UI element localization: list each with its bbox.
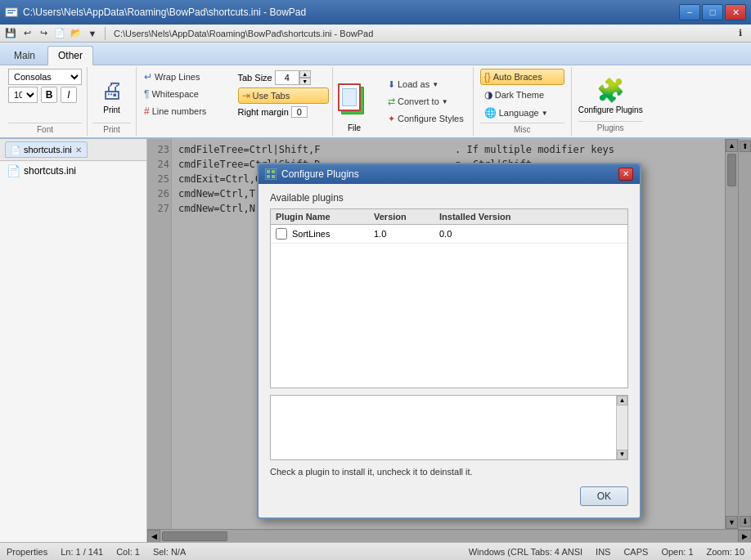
print-group-label: Print (92, 123, 131, 134)
separator (105, 27, 106, 40)
plugin-row-sortlines: SortLines 1.0 0.0 (271, 225, 627, 244)
configure-plugins-button[interactable]: 🧩 Configure Plugins (578, 70, 643, 121)
font-name-select[interactable]: Consolas (8, 69, 82, 85)
modal-close-button[interactable]: ✕ (618, 168, 633, 181)
right-margin-row: Right margin 0 (238, 105, 330, 119)
wrap-lines-button[interactable]: ↵ Wrap Lines (140, 69, 232, 85)
configure-plugins-dialog: Configure Plugins ✕ Available plugins Pl… (257, 163, 641, 519)
file-front-icon (338, 83, 361, 111)
use-tabs-icon: ⇥ (242, 90, 250, 101)
language-icon: 🌐 (484, 107, 497, 119)
modal-body: Available plugins Plugin Name Version In… (259, 184, 640, 517)
wrap-lines-icon: ↵ (144, 71, 152, 83)
whitespace-button[interactable]: ¶ Whitespace (140, 86, 232, 102)
plugin-installed-sortlines: 0.0 (439, 229, 623, 239)
sidebar-header: 📄 shortcuts.ini ✕ (0, 139, 146, 161)
qa-save-button[interactable]: 💾 (3, 26, 18, 41)
sidebar: 📄 shortcuts.ini ✕ 📄 shortcuts.ini (0, 139, 147, 542)
file-button[interactable]: File (338, 83, 371, 119)
tab-size-input[interactable] (275, 70, 299, 85)
dark-theme-icon: ◑ (484, 89, 492, 101)
svg-rect-6 (267, 175, 270, 178)
status-ln: Ln: 1 / 141 (61, 547, 103, 557)
misc-group-label: Misc (480, 123, 564, 134)
sidebar-tab[interactable]: 📄 shortcuts.ini ✕ (5, 141, 88, 158)
qa-open-button[interactable]: 📂 (69, 26, 83, 41)
tab-size-row: Tab Size ▲ ▼ (238, 69, 330, 87)
configure-styles-icon: ✦ (388, 114, 395, 124)
italic-button[interactable]: I (61, 87, 77, 103)
plugin-description-area: ▲ ▼ (270, 395, 628, 460)
qa-undo-button[interactable]: ↩ (20, 26, 34, 41)
tree-item-file[interactable]: 📄 shortcuts.ini (0, 161, 146, 181)
use-tabs-button[interactable]: ⇥ Use Tabs (238, 87, 330, 104)
tree-file-name: shortcuts.ini (24, 165, 76, 177)
desc-scroll-up-button[interactable]: ▲ (617, 396, 627, 405)
font-size-row: 10 B I (8, 87, 82, 103)
minimize-button[interactable]: − (679, 4, 700, 20)
spinner-down-button[interactable]: ▼ (299, 78, 311, 85)
ribbon-group-plugins: 🧩 Configure Plugins Plugins (572, 67, 650, 136)
plugin-checkbox-sortlines[interactable] (276, 228, 287, 240)
tab-other[interactable]: Other (47, 46, 93, 65)
status-bar: Properties Ln: 1 / 141 Col: 1 Sel: N/A W… (0, 542, 751, 560)
maximize-button[interactable]: □ (702, 4, 723, 20)
col-installed-version: Installed Version (439, 212, 623, 222)
status-col: Col: 1 (116, 547, 140, 557)
ribbon-group-print: 🖨 Print Print (88, 67, 137, 136)
bold-button[interactable]: B (41, 87, 57, 103)
ok-button[interactable]: OK (580, 486, 628, 506)
modal-section-label: Available plugins (270, 192, 628, 204)
font-name-row: Consolas (8, 69, 82, 85)
qa-dropdown-button[interactable]: ▼ (85, 26, 100, 41)
ribbon-group-font: Consolas 10 B I Font (3, 67, 88, 136)
plugin-table-header: Plugin Name Version Installed Version (271, 209, 627, 225)
font-size-select[interactable]: 10 (8, 87, 38, 103)
modal-title-text: Configure Plugins (281, 168, 359, 180)
status-encoding: Windows (CRL Tabs: 4 ANSI (469, 547, 582, 557)
spinner-up-button[interactable]: ▲ (299, 70, 311, 78)
dark-theme-button[interactable]: ◑ Dark Theme (480, 87, 564, 103)
convert-to-button[interactable]: ⇄ Convert to ▼ (384, 94, 468, 110)
status-open: Open: 1 (661, 547, 693, 557)
ribbon-group-file: File ⬇ Load as ▼ ⇄ Convert to ▼ ✦ (333, 67, 474, 136)
description-scrollbar: ▲ ▼ (616, 396, 627, 459)
modal-icon (265, 168, 277, 180)
plugin-name-sortlines: SortLines (292, 229, 374, 239)
desc-scroll-down-button[interactable]: ▼ (617, 450, 627, 459)
status-properties: Properties (7, 547, 47, 557)
status-sel: Sel: N/A (153, 547, 186, 557)
modal-overlay: Configure Plugins ✕ Available plugins Pl… (147, 139, 751, 542)
print-label[interactable]: Print (103, 105, 120, 114)
font-group-label: Font (8, 123, 82, 134)
file-label: File (338, 123, 371, 132)
svg-rect-1 (7, 10, 16, 11)
tree-file-icon: 📄 (7, 164, 20, 177)
file-tab-icon: 📄 (11, 146, 20, 155)
load-as-button[interactable]: ⬇ Load as ▼ (384, 77, 468, 92)
auto-braces-button[interactable]: {} Auto Braces (480, 69, 564, 85)
modal-title: Configure Plugins (265, 168, 359, 180)
tab-main[interactable]: Main (3, 46, 46, 65)
svg-rect-4 (267, 170, 270, 173)
status-ins: INS (596, 547, 610, 557)
tab-close-button[interactable]: ✕ (75, 146, 82, 155)
whitespace-icon: ¶ (144, 88, 149, 100)
configure-styles-button[interactable]: ✦ Configure Styles (384, 111, 468, 127)
close-button[interactable]: ✕ (725, 4, 746, 20)
desc-scroll-track[interactable] (617, 405, 627, 450)
line-numbers-button[interactable]: # Line numbers (140, 103, 232, 119)
editor-area: 23 24 25 26 27 cmdFileTree=Ctrl|Shift,F … (147, 139, 751, 542)
ribbon-tab-bar: Main Other (0, 43, 751, 65)
status-zoom: Zoom: 10 (707, 547, 744, 557)
help-button[interactable]: ℹ (733, 26, 748, 41)
content-area: 📄 shortcuts.ini ✕ 📄 shortcuts.ini 23 24 … (0, 139, 751, 542)
convert-to-dropdown-icon: ▼ (442, 98, 448, 105)
language-button[interactable]: 🌐 Language ▼ (480, 105, 564, 121)
print-icon: 🖨 (101, 77, 124, 104)
qa-redo-button[interactable]: ↪ (36, 26, 51, 41)
qa-new-button[interactable]: 📄 (52, 26, 67, 41)
configure-plugins-label: Configure Plugins (578, 105, 643, 114)
file-options: ⬇ Load as ▼ ⇄ Convert to ▼ ✦ Configure S… (384, 77, 468, 127)
title-bar: C:\Users\Nels\AppData\Roaming\BowPad\sho… (0, 0, 751, 25)
